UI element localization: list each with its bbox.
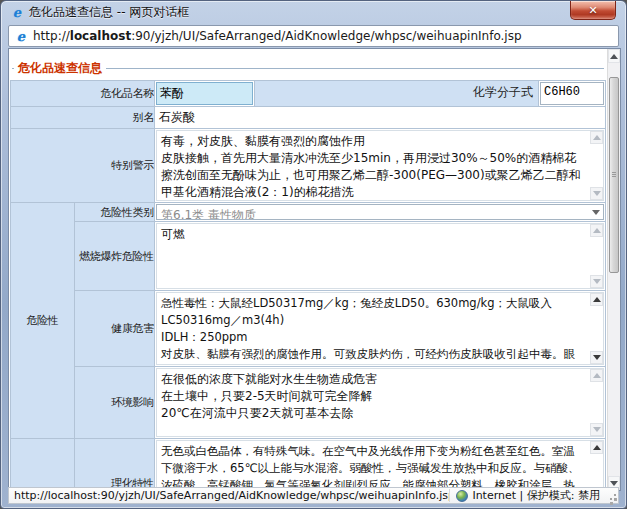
- url-path: :90/yjzh/UI/SafeArranged/AidKnowledge/wh…: [131, 29, 521, 43]
- hazard-class-label: 危险性类别: [75, 203, 155, 222]
- formula-label: 化学分子式: [254, 81, 539, 106]
- close-button[interactable]: ✕: [570, 1, 616, 20]
- hazard-class-select[interactable]: 第6.1类 毒性物质: [156, 204, 604, 220]
- warning-label: 特别警示: [11, 129, 155, 203]
- scroll-up-icon[interactable]: [590, 131, 603, 144]
- row-warning: 特别警示 有毒，对皮肤、黏膜有强烈的腐蚀作用 皮肤接触，首先用大量清水冲洗至少1…: [11, 129, 606, 203]
- health-label: 健康危害: [75, 291, 155, 367]
- fire-risk-textarea[interactable]: 可燃: [156, 223, 604, 289]
- info-fieldset: 危化品速查信息: [12, 60, 604, 77]
- environment-textarea[interactable]: 在很低的浓度下就能对水生生物造成危害 在土壤中，只要2-5天时间就可完全降解 2…: [156, 368, 604, 437]
- row-physchem: 理化特性 无色或白色晶体，有特殊气味。在空气中及光线作用下变为粉红色甚至红色。室…: [11, 439, 606, 491]
- address-url: http://localhost:90/yjzh/UI/SafeArranged…: [33, 29, 522, 43]
- name-label: 危化品名称: [11, 81, 155, 107]
- page-scrollbar[interactable]: [607, 49, 620, 490]
- row-fire-risk: 燃烧爆炸危险性 可燃: [11, 222, 606, 291]
- row-name-formula: 危化品名称 苯酚 化学分子式 C6H60: [11, 81, 606, 107]
- status-zone: Internet | 保护模式: 禁用: [450, 488, 606, 503]
- physchem-scrollbar[interactable]: [590, 441, 603, 490]
- name-input[interactable]: 苯酚: [156, 82, 253, 105]
- row-health-hazard: 健康危害 急性毒性：大鼠经LD50317mg／kg；兔经皮LD50。630mg/…: [11, 291, 606, 367]
- scroll-down-icon[interactable]: [590, 187, 603, 200]
- health-scrollbar[interactable]: [590, 293, 603, 364]
- scrollbar-grip-icon: [612, 172, 616, 177]
- scroll-up-icon[interactable]: [590, 369, 603, 382]
- url-protocol: http://: [33, 29, 70, 43]
- row-environment: 环境影响 在很低的浓度下就能对水生生物造成危害 在土壤中，只要2-5天时间就可完…: [11, 367, 606, 439]
- alias-label: 别名: [11, 107, 155, 129]
- scroll-up-icon[interactable]: [590, 441, 603, 454]
- resize-grip[interactable]: [606, 489, 618, 502]
- window-title: 危化品速查信息 -- 网页对话框: [29, 4, 189, 21]
- ie-page-icon: e: [14, 29, 28, 44]
- page-content: 危化品速查信息 危化品名称 苯酚 化学分子式 C6H60: [9, 49, 607, 490]
- globe-icon: [456, 490, 468, 502]
- scroll-down-icon[interactable]: [590, 351, 603, 364]
- environment-scrollbar[interactable]: [590, 369, 603, 436]
- scroll-up-icon[interactable]: [590, 293, 603, 306]
- physchem-label: 理化特性: [75, 439, 155, 491]
- close-icon: ✕: [588, 5, 597, 16]
- title-bar[interactable]: e 危化品速查信息 -- 网页对话框: [1, 1, 626, 24]
- hazard-group-label: 危险性: [11, 203, 75, 439]
- physchem-group-cell: [11, 439, 75, 491]
- warning-textarea[interactable]: 有毒，对皮肤、黏膜有强烈的腐蚀作用 皮肤接触，首先用大量清水冲洗至少15min，…: [156, 130, 604, 201]
- physchem-textarea[interactable]: 无色或白色晶体，有特殊气味。在空气中及光线作用下变为粉红色甚至红色。室温下微溶于…: [156, 440, 604, 490]
- status-url: http://localhost:90/yjzh/UI/SafeArranged…: [9, 489, 450, 502]
- dialog-window: e 危化品速查信息 -- 网页对话框 ✕ e http://localhost:…: [0, 0, 627, 509]
- chemical-info-table: 危化品名称 苯酚 化学分子式 C6H60 别名 石炭酸: [10, 80, 606, 490]
- warning-scrollbar[interactable]: [590, 131, 603, 200]
- url-host: localhost: [70, 29, 131, 43]
- environment-label: 环境影响: [75, 367, 155, 439]
- scrollbar-up-icon[interactable]: [608, 49, 620, 63]
- fire-risk-label: 燃烧爆炸危险性: [75, 222, 155, 291]
- row-hazard-class: 危险性 危险性类别 第6.1类 毒性物质: [11, 203, 606, 222]
- row-alias: 别名 石炭酸: [11, 107, 606, 129]
- scroll-up-icon[interactable]: [590, 224, 603, 237]
- scrollbar-thumb[interactable]: [609, 77, 619, 273]
- fieldset-legend: 危化品速查信息: [14, 60, 106, 77]
- formula-input[interactable]: C6H60: [540, 82, 604, 105]
- ie-logo-icon: e: [10, 5, 24, 20]
- dialog-client-area: 危化品速查信息 危化品名称 苯酚 化学分子式 C6H60: [8, 48, 621, 491]
- fire-risk-scrollbar[interactable]: [590, 224, 603, 288]
- scroll-down-icon[interactable]: [590, 275, 603, 288]
- chevron-down-icon[interactable]: [592, 210, 600, 215]
- status-zone-text: Internet | 保护模式: 禁用: [472, 488, 600, 503]
- scroll-down-icon[interactable]: [590, 423, 603, 436]
- health-textarea[interactable]: 急性毒性：大鼠经LD50317mg／kg；兔经皮LD50。630mg/kg；大鼠…: [156, 292, 604, 365]
- address-bar[interactable]: e http://localhost:90/yjzh/UI/SafeArrang…: [8, 25, 619, 47]
- status-bar: http://localhost:90/yjzh/UI/SafeArranged…: [8, 487, 619, 504]
- alias-value[interactable]: 石炭酸: [155, 107, 605, 128]
